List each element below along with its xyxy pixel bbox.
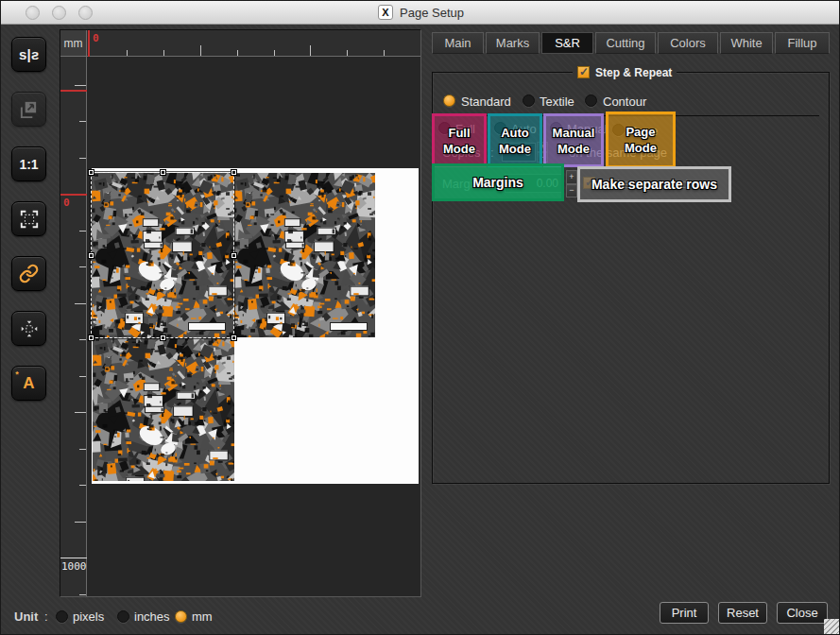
radio-textile[interactable] [523,94,535,107]
fit-frame-icon [19,209,40,230]
radio-textile-label: Textile [540,94,574,109]
selection-handle-se[interactable] [231,335,237,341]
unit-radio-pixels[interactable] [56,610,68,623]
export-page-button[interactable] [11,92,46,127]
export-arrow-icon [19,99,39,119]
tab-sr[interactable]: S&R [541,32,593,54]
title-group: X Page Setup [1,1,840,24]
tab-colors[interactable]: Colors [658,32,718,54]
mirror-icon: s|s [19,46,39,62]
radio-contour[interactable] [585,94,597,107]
radio-standard-label: Standard [461,94,511,109]
star-a-icon: *A [23,375,34,391]
selection-marquee[interactable] [91,172,234,338]
close-button[interactable]: Close [777,602,828,624]
overlay-manual-mode[interactable]: Manual Mode [543,113,604,167]
step-repeat-checkbox[interactable] [577,66,590,78]
margins-spinner-up[interactable]: + [566,170,577,184]
v-ruler-1000-label: 1000 [61,560,87,573]
tab-white[interactable]: White [720,32,773,54]
unit-colon: : [44,609,48,624]
reset-button[interactable]: Reset [718,602,767,624]
h-ruler-zero-label: 0 [93,32,99,44]
window-title: Page Setup [400,6,464,20]
fit-to-window-button[interactable] [11,201,46,236]
text-annotation-button[interactable]: *A [11,366,46,401]
unit-pixels-label: pixels [73,609,104,624]
page-setup-window: X Page Setup s|s 1:1 [0,0,840,635]
unit-inches-label: inches [134,609,170,624]
radio-contour-label: Contour [603,94,646,109]
tab-fillup[interactable]: Fillup [775,32,830,54]
overlay-auto-mode[interactable]: Auto Mode [488,113,542,167]
margins-spinner-down[interactable]: − [566,184,577,198]
titlebar: X Page Setup [1,1,840,25]
print-button[interactable]: Print [660,602,709,624]
h-ruler-origin-marker [88,30,90,57]
margins-spinner[interactable]: + − [566,170,577,197]
expand-arrows-icon [19,318,40,339]
unit-radio-mm[interactable] [175,610,187,623]
step-repeat-legend: Step & Repeat [573,64,677,80]
actual-size-button[interactable]: 1:1 [11,146,46,181]
chain-link-icon [19,264,39,283]
radio-standard[interactable] [443,94,455,107]
tab-cutting[interactable]: Cutting [595,32,656,54]
transform-expand-button[interactable] [11,311,46,346]
v-ruler-zero-label: 0 [63,197,70,209]
v-ruler-1000-tick [60,558,87,558]
step-repeat-label: Step & Repeat [595,66,672,79]
artwork-tile-2[interactable] [233,173,375,337]
selection-handle-s[interactable] [160,335,166,341]
overlay-full-mode[interactable]: Full Mode [432,113,487,167]
selection-handle-ne[interactable] [231,169,237,176]
x11-app-icon: X [378,5,393,20]
tab-main[interactable]: Main [432,32,484,54]
overlay-margins[interactable]: Margins [432,163,564,201]
h-ruler: 0 [87,30,420,57]
v-ruler-media-marker [60,90,87,92]
artwork-tile-3[interactable] [93,337,234,481]
selection-handle-e[interactable] [231,252,237,259]
overlay-make-separate-rows[interactable]: Make separate rows [577,166,731,202]
preview-canvas-block: mm 0 0 1000 [60,29,420,596]
link-settings-button[interactable] [11,256,46,291]
tab-marks[interactable]: Marks [486,32,540,54]
selection-handle-sw[interactable] [88,335,94,341]
unit-radio-inches[interactable] [117,610,129,623]
ruler-unit-box: mm [60,30,87,57]
selection-handle-w[interactable] [88,252,94,259]
one-to-one-icon: 1:1 [19,157,38,172]
unit-label: Unit [14,609,38,624]
selection-handle-n[interactable] [160,169,166,176]
v-ruler: 0 1000 [60,57,87,596]
overlay-page-mode[interactable]: Page Mode [606,112,676,168]
media-page[interactable] [92,168,419,484]
selection-handle-nw[interactable] [88,169,94,176]
resize-grip[interactable] [824,619,840,635]
mirror-button[interactable]: s|s [11,37,46,72]
unit-mm-label: mm [192,609,213,624]
preview-viewport[interactable] [87,57,420,596]
v-ruler-origin-marker [60,194,87,196]
